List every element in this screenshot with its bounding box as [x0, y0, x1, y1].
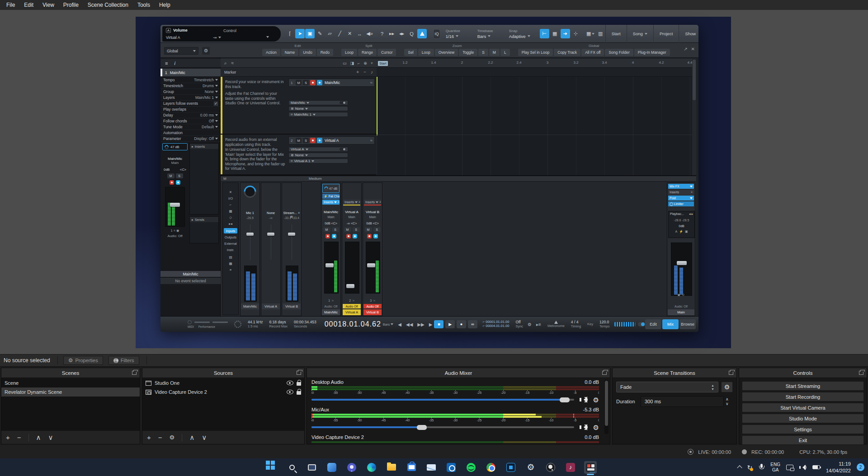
scene-down-button[interactable]: ∨	[48, 434, 53, 441]
popout-icon[interactable]	[132, 371, 137, 375]
snap-zero-icon[interactable]: ⊹	[571, 29, 580, 38]
input-quantize-button[interactable]: IQ	[434, 30, 439, 38]
track-mute-button[interactable]: M	[296, 138, 302, 143]
marker-add-icon[interactable]: +	[356, 70, 359, 75]
master-io-box[interactable]: Playbac...◂ ▸ -28.6 -28.5 0dB A⚡▣	[668, 211, 695, 238]
sends-panel[interactable]: ▸Sends	[189, 216, 219, 243]
console-bank-icon[interactable]: ≡	[224, 267, 237, 272]
console-nav-icon[interactable]: ▸◂	[224, 221, 237, 226]
track-header[interactable]: 1MSMain/Mic≈	[288, 79, 375, 87]
metronome-icon[interactable]	[417, 29, 427, 38]
lock-icon[interactable]	[297, 391, 301, 395]
taskbar-icon-spotify[interactable]	[465, 461, 477, 474]
source-properties-button[interactable]: ⚙	[170, 434, 175, 440]
input-gain-knob[interactable]: 47 dB	[162, 143, 188, 150]
view-button-start[interactable]: Start	[605, 25, 627, 43]
macro-button-overview[interactable]: Overview	[435, 49, 458, 56]
strip-mute-button[interactable]: M	[323, 227, 330, 232]
snap-cursor-icon[interactable]: ➔	[561, 29, 570, 38]
console-nav-icon[interactable]: ⌐	[224, 202, 237, 207]
prev-marker-icon[interactable]: ▶	[429, 322, 433, 327]
stop-button[interactable]: ■	[434, 320, 443, 328]
scenes-header[interactable]: Scenes	[1, 368, 140, 378]
erase-tool-icon[interactable]: ▱	[325, 29, 335, 38]
console-m-button[interactable]: M	[223, 177, 226, 181]
inspector-row-layers-follow-events[interactable]: Layers follow events✓	[160, 101, 221, 107]
strip-inserts[interactable]: Inserts+	[343, 200, 360, 205]
inserts-panel[interactable]: ▸Inserts	[189, 143, 219, 215]
channel-strip-mainmic[interactable]: 47 dB⚡Fat ChannelInserts+Main/MicMain0dB…	[321, 182, 341, 316]
transport-gear-icon[interactable]: ⚙	[528, 322, 532, 327]
quantize-q-button[interactable]: Q	[407, 29, 416, 38]
battery-icon[interactable]	[812, 465, 820, 469]
track-1[interactable]: Record your voice or instrument in this …	[221, 77, 377, 135]
source-item[interactable]: Studio One	[142, 378, 304, 387]
inspector-row-timestretch[interactable]: TimestretchDrums	[160, 83, 221, 89]
taskbar-icon-edge[interactable]	[365, 461, 378, 474]
macro-button-redo[interactable]: Redo	[317, 49, 333, 56]
scene-item[interactable]: Scene	[1, 378, 140, 387]
input-fader[interactable]	[292, 224, 292, 260]
checkbox-checked[interactable]: ✓	[214, 102, 218, 106]
inspector-row-play-overlaps[interactable]: Play overlaps	[160, 107, 221, 112]
input-fader[interactable]	[250, 224, 250, 260]
channel-strip-virtuala[interactable]: Inserts+Virtual AMain-∞ <C>MS2≈Audio Off…	[342, 182, 362, 316]
post-button[interactable]: Post	[668, 196, 694, 201]
macro-button-range[interactable]: Range	[358, 49, 377, 56]
speaker-icon[interactable]	[580, 397, 588, 403]
meter-toggle[interactable]	[638, 322, 645, 327]
controls-settings[interactable]: Settings	[742, 425, 864, 434]
arrangement-grid[interactable]	[377, 77, 692, 175]
macro-button-sel[interactable]: Sel	[404, 49, 417, 56]
strip-record-button[interactable]	[346, 234, 351, 238]
taskbar-icon-outlook[interactable]	[445, 461, 458, 474]
strip-monitor-button[interactable]	[373, 234, 378, 238]
range-tool-icon[interactable]: ▣	[305, 29, 315, 38]
add-source-button[interactable]: +	[147, 434, 151, 441]
console-nav-icon[interactable]: ✕	[224, 189, 237, 195]
controls-exit[interactable]: Exit	[742, 435, 864, 445]
playhead[interactable]	[377, 77, 377, 135]
menu-item-file[interactable]: File	[2, 0, 19, 10]
macro-button-toggle[interactable]: Toggle	[459, 49, 477, 56]
strip-record-button[interactable]	[367, 234, 372, 238]
strip-solo-button[interactable]: S	[332, 227, 339, 232]
menu-item-profile[interactable]: Profile	[59, 0, 83, 10]
rewind-icon[interactable]: ◀◀	[406, 322, 413, 327]
macro-button-copy-track[interactable]: Copy Track	[554, 49, 580, 56]
volume-slider[interactable]	[311, 426, 574, 428]
track-record-button[interactable]	[310, 138, 316, 143]
strip-solo-button[interactable]: S	[353, 227, 360, 232]
channel-strip-virtualb[interactable]: Inserts+Virtual BMain0dB <C>MS3≈Audio Of…	[363, 182, 382, 316]
master-fader[interactable]	[671, 243, 692, 296]
fat-channel-slot[interactable]: ⚡Fat Channel	[322, 194, 340, 199]
input-strip-2[interactable]: None-∞Virtual A	[261, 182, 281, 316]
main-time-display[interactable]: 00018.01.04.62	[325, 320, 381, 328]
filters-button[interactable]: Filters	[108, 356, 139, 365]
controls-studio-mode[interactable]: Studio Mode	[742, 414, 864, 423]
limiter-slot[interactable]: ◯Limiter	[668, 201, 694, 206]
solo-button[interactable]: S	[176, 173, 183, 178]
slider-handle[interactable]	[560, 397, 570, 402]
taskbar-icon-task-view[interactable]	[306, 461, 318, 474]
network-icon[interactable]	[786, 465, 793, 470]
taskbar-icon-widgets[interactable]	[326, 461, 338, 474]
strip-solo-button[interactable]: S	[373, 227, 381, 232]
mixer-gear-icon[interactable]: ⚙	[593, 424, 599, 431]
sync-icon[interactable]	[747, 464, 753, 471]
strip-fader[interactable]	[345, 242, 359, 294]
popout-icon[interactable]	[859, 371, 863, 375]
inspector-row-layers[interactable]: LayersMain/Mic 1	[160, 95, 221, 101]
mixfx-header[interactable]: Mix FX	[668, 184, 694, 189]
follow-edit-icon[interactable]: ◂▸	[397, 29, 406, 38]
duration-input[interactable]: 300 ms	[641, 396, 724, 407]
param-display[interactable]: AVolume Control Virtual A -∞	[162, 26, 281, 42]
console-size[interactable]: Medium	[309, 177, 321, 181]
controls-start-streaming[interactable]: Start Streaming	[742, 381, 864, 391]
track-monitor-button[interactable]	[317, 138, 322, 143]
marker-lane[interactable]	[377, 68, 692, 77]
view-button-song[interactable]: Song	[627, 25, 653, 43]
menu-item-help[interactable]: Help	[155, 0, 175, 10]
console-nav-inputs[interactable]: Inputs	[224, 228, 237, 233]
track-combo-fx[interactable]: ≋None	[288, 153, 348, 158]
